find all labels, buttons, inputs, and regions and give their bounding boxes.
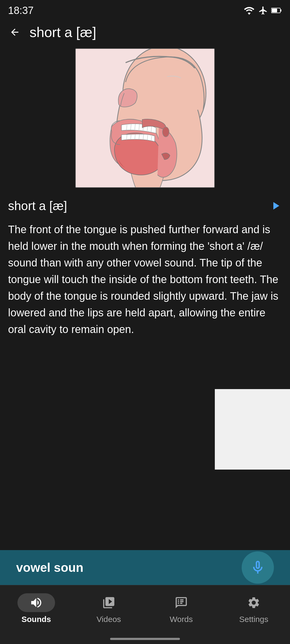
page-title: short a [æ] — [30, 24, 96, 40]
videos-icon — [102, 596, 115, 609]
sounds-icon-bg — [17, 593, 55, 612]
svg-rect-2 — [272, 9, 277, 12]
settings-icon-container — [244, 593, 263, 612]
status-time: 18:37 — [8, 5, 34, 16]
svg-point-19 — [162, 127, 169, 137]
right-panel-partial — [215, 389, 290, 470]
words-icon-container — [172, 593, 191, 612]
nav-item-videos[interactable]: Videos — [73, 591, 145, 627]
settings-icon — [247, 596, 260, 609]
status-bar: 18:37 — [0, 0, 290, 19]
description-text: The front of the tongue is pushed furthe… — [8, 221, 282, 338]
anatomy-image — [75, 48, 215, 188]
nav-item-words[interactable]: Words — [145, 591, 218, 627]
videos-icon-container — [99, 593, 118, 612]
sounds-label: Sounds — [21, 615, 51, 624]
battery-icon — [271, 7, 282, 14]
bottom-nav: Sounds Videos Words Settings — [0, 585, 290, 644]
svg-rect-1 — [280, 9, 281, 12]
home-indicator — [110, 638, 180, 640]
back-button[interactable] — [8, 25, 21, 39]
audio-bar-text: vowel soun — [16, 560, 83, 575]
play-button[interactable] — [269, 199, 282, 212]
wifi-icon — [243, 6, 255, 15]
main-content: short a [æ] The front of the tongue is p… — [0, 46, 290, 354]
sounds-icon — [30, 596, 43, 609]
audio-bar: vowel soun — [0, 550, 290, 585]
sound-label: short a [æ] — [8, 199, 67, 213]
sound-label-row: short a [æ] — [8, 199, 282, 213]
words-icon — [175, 596, 188, 609]
words-label: Words — [170, 615, 193, 624]
mic-button[interactable] — [242, 551, 274, 584]
videos-label: Videos — [96, 615, 121, 624]
settings-label: Settings — [239, 615, 268, 624]
status-icons — [243, 6, 282, 15]
nav-item-sounds[interactable]: Sounds — [0, 591, 73, 627]
airplane-icon — [258, 6, 268, 15]
nav-item-settings[interactable]: Settings — [218, 591, 290, 627]
header: short a [æ] — [0, 19, 290, 46]
